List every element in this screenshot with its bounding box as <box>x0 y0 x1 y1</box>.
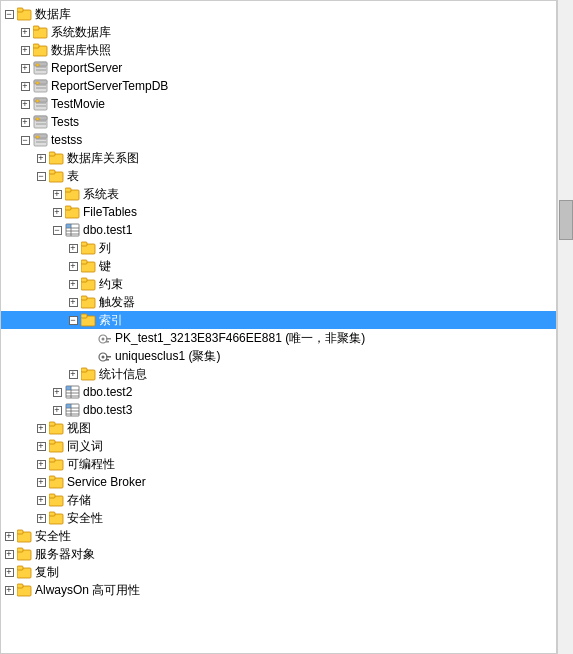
tree-node-security[interactable]: + 安全性 <box>1 527 556 545</box>
tree-node-testss[interactable]: − testss <box>1 131 556 149</box>
expander-plus[interactable]: + <box>49 384 65 400</box>
expander-plus[interactable]: + <box>49 402 65 418</box>
tree-node-tables[interactable]: − 表 <box>1 167 556 185</box>
expander-minus[interactable]: − <box>17 132 33 148</box>
expander-plus[interactable]: + <box>17 78 33 94</box>
tree-node-dbo-test2[interactable]: + dbo.test2 <box>1 383 556 401</box>
tree-node-constraints[interactable]: + 约束 <box>1 275 556 293</box>
scrollbar-thumb[interactable] <box>559 200 573 240</box>
tree-panel[interactable]: − 数据库 + 系统数据库 + 数据库快照 + ReportServer + R… <box>0 0 557 654</box>
expander-plus[interactable]: + <box>33 474 49 490</box>
tree-node-unique-index[interactable]: uniquesclus1 (聚集) <box>1 347 556 365</box>
expander-plus[interactable]: + <box>33 438 49 454</box>
tree-node-keys[interactable]: + 键 <box>1 257 556 275</box>
expander-plus[interactable]: + <box>17 60 33 76</box>
svg-rect-20 <box>36 100 39 102</box>
expander-minus[interactable]: − <box>49 222 65 238</box>
tree-node-synonyms[interactable]: + 同义词 <box>1 437 556 455</box>
expander-plus[interactable]: + <box>33 456 49 472</box>
tree-node-file-tables[interactable]: + FileTables <box>1 203 556 221</box>
node-label: ReportServer <box>51 61 122 75</box>
tree-node-indexes[interactable]: − 索引 <box>1 311 556 329</box>
tree-node-security-db[interactable]: + 安全性 <box>1 509 556 527</box>
expander-plus[interactable]: + <box>33 492 49 508</box>
expander-plus[interactable]: + <box>33 420 49 436</box>
tree-node-tests[interactable]: + Tests <box>1 113 556 131</box>
node-icon-folder <box>17 564 33 580</box>
svg-point-60 <box>102 356 105 359</box>
expander-box: + <box>53 190 62 199</box>
expander-empty <box>81 330 97 346</box>
tree-node-storage[interactable]: + 存储 <box>1 491 556 509</box>
expander-plus[interactable]: + <box>65 294 81 310</box>
tree-node-db-diagram[interactable]: + 数据库关系图 <box>1 149 556 167</box>
tree-node-service-broker[interactable]: + Service Broker <box>1 473 556 491</box>
expander-plus[interactable]: + <box>17 114 33 130</box>
expander-plus[interactable]: + <box>17 24 33 40</box>
expander-plus[interactable]: + <box>1 564 17 580</box>
tree-node-sys-tables[interactable]: + 系统表 <box>1 185 556 203</box>
expander-minus[interactable]: − <box>65 312 81 328</box>
tree-node-columns[interactable]: + 列 <box>1 239 556 257</box>
expander-box: + <box>21 46 30 55</box>
tree-node-db-snapshots[interactable]: + 数据库快照 <box>1 41 556 59</box>
expander-plus[interactable]: + <box>65 258 81 274</box>
tree-node-pk-index[interactable]: PK_test1_3213E83F466EE881 (唯一，非聚集) <box>1 329 556 347</box>
expander-minus[interactable]: − <box>33 168 49 184</box>
node-icon-folder <box>17 6 33 22</box>
node-icon-folder <box>49 168 65 184</box>
expander-plus[interactable]: + <box>33 510 49 526</box>
tree-node-always-on[interactable]: + AlwaysOn 高可用性 <box>1 581 556 599</box>
tree-node-databases[interactable]: − 数据库 <box>1 5 556 23</box>
node-label: 安全性 <box>35 528 71 545</box>
expander-minus[interactable]: − <box>1 6 17 22</box>
expander-box: + <box>37 496 46 505</box>
node-label: 表 <box>67 168 79 185</box>
expander-plus[interactable]: + <box>17 42 33 58</box>
expander-plus[interactable]: + <box>49 186 65 202</box>
expander-plus[interactable]: + <box>17 96 33 112</box>
node-icon-folder <box>49 420 65 436</box>
node-label: TestMovie <box>51 97 105 111</box>
expander-box: + <box>5 532 14 541</box>
node-icon-folder-selected <box>81 312 97 328</box>
tree-node-programmability[interactable]: + 可编程性 <box>1 455 556 473</box>
expander-plus[interactable]: + <box>49 204 65 220</box>
node-icon-folder <box>17 582 33 598</box>
node-icon-folder <box>81 366 97 382</box>
tree-node-dbo-test3[interactable]: + dbo.test3 <box>1 401 556 419</box>
svg-rect-34 <box>49 170 55 174</box>
expander-plus[interactable]: + <box>1 546 17 562</box>
node-label: PK_test1_3213E83F466EE881 (唯一，非聚集) <box>115 330 365 347</box>
expander-box: + <box>69 244 78 253</box>
node-icon-folder <box>49 150 65 166</box>
svg-rect-70 <box>66 386 71 390</box>
tree-node-report-server[interactable]: + ReportServer <box>1 59 556 77</box>
svg-rect-94 <box>17 566 23 570</box>
expander-plus[interactable]: + <box>1 582 17 598</box>
svg-rect-88 <box>49 512 55 516</box>
tree-node-report-server-temp[interactable]: + ReportServerTempDB <box>1 77 556 95</box>
tree-node-stats[interactable]: + 统计信息 <box>1 365 556 383</box>
tree-node-test-movie[interactable]: + TestMovie <box>1 95 556 113</box>
tree-node-dbo-test1[interactable]: − dbo.test1 <box>1 221 556 239</box>
svg-rect-76 <box>66 404 71 408</box>
tree-node-triggers[interactable]: + 触发器 <box>1 293 556 311</box>
node-label: 可编程性 <box>67 456 115 473</box>
vertical-scrollbar[interactable] <box>557 0 573 654</box>
expander-plus[interactable]: + <box>65 276 81 292</box>
tree-node-views[interactable]: + 视图 <box>1 419 556 437</box>
svg-rect-46 <box>81 242 87 246</box>
expander-plus[interactable]: + <box>1 528 17 544</box>
tree-node-system-dbs[interactable]: + 系统数据库 <box>1 23 556 41</box>
expander-plus[interactable]: + <box>65 240 81 256</box>
node-icon-folder <box>49 474 65 490</box>
node-label: 约束 <box>99 276 123 293</box>
expander-plus[interactable]: + <box>65 366 81 382</box>
tree-node-server-objects[interactable]: + 服务器对象 <box>1 545 556 563</box>
tree-node-replication[interactable]: + 复制 <box>1 563 556 581</box>
svg-rect-80 <box>49 440 55 444</box>
expander-plus[interactable]: + <box>33 150 49 166</box>
expander-box: + <box>69 370 78 379</box>
svg-rect-61 <box>106 356 111 358</box>
